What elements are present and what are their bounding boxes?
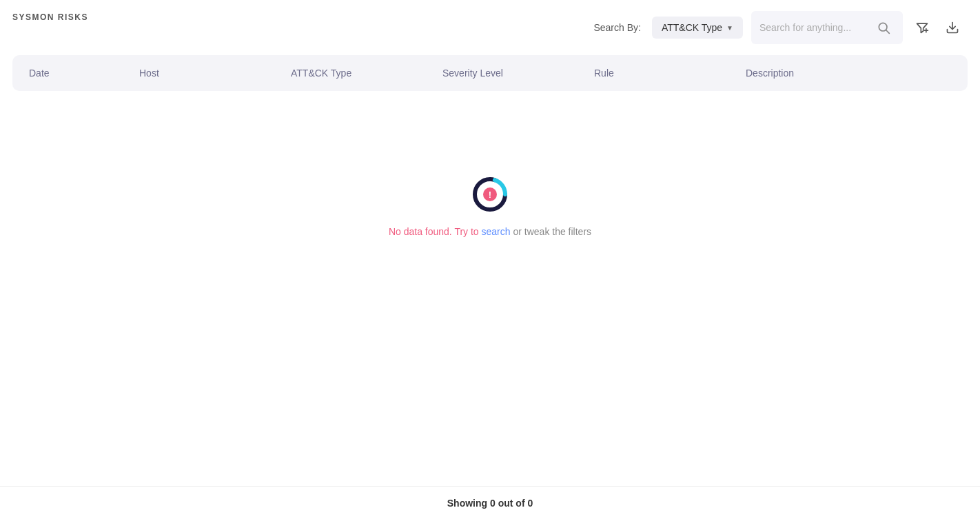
footer: Showing 0 out of 0 <box>0 486 980 519</box>
svg-text:!: ! <box>489 190 491 200</box>
toolbar: Search By: ATT&CK Type ▼ <box>0 0 980 55</box>
no-data-link[interactable]: search <box>482 226 511 237</box>
svg-line-1 <box>886 30 890 34</box>
download-button[interactable] <box>941 17 963 39</box>
col-header-date: Date <box>29 68 139 79</box>
no-data-suffix: or tweak the filters <box>511 226 592 237</box>
search-type-dropdown[interactable]: ATT&CK Type ▼ <box>652 17 743 39</box>
search-by-label: Search By: <box>593 22 640 33</box>
empty-state: ! No data found. Try to search or tweak … <box>0 174 980 237</box>
col-header-severity-level: Severity Level <box>442 68 594 79</box>
search-type-label: ATT&CK Type <box>662 22 722 33</box>
col-header-attack-type: ATT&CK Type <box>291 68 442 79</box>
empty-state-message: No data found. Try to search or tweak th… <box>389 226 591 237</box>
showing-count: Showing 0 out of 0 <box>447 498 533 509</box>
empty-state-icon: ! <box>469 174 511 215</box>
filter-add-icon <box>915 21 929 34</box>
search-input[interactable] <box>759 22 867 33</box>
chevron-down-icon: ▼ <box>726 24 733 32</box>
search-icon <box>877 21 890 34</box>
table-header: Date Host ATT&CK Type Severity Level Rul… <box>12 55 968 91</box>
col-header-description: Description <box>746 68 951 79</box>
col-header-host: Host <box>139 68 291 79</box>
no-data-prefix: No data found. Try to <box>389 226 482 237</box>
download-icon <box>946 21 959 34</box>
col-header-rule: Rule <box>594 68 746 79</box>
search-input-wrapper <box>751 11 903 44</box>
app-title: SYSMON RISKS <box>12 12 88 22</box>
no-data-icon: ! <box>469 174 511 215</box>
search-button[interactable] <box>872 17 895 39</box>
filter-add-button[interactable] <box>911 17 933 39</box>
